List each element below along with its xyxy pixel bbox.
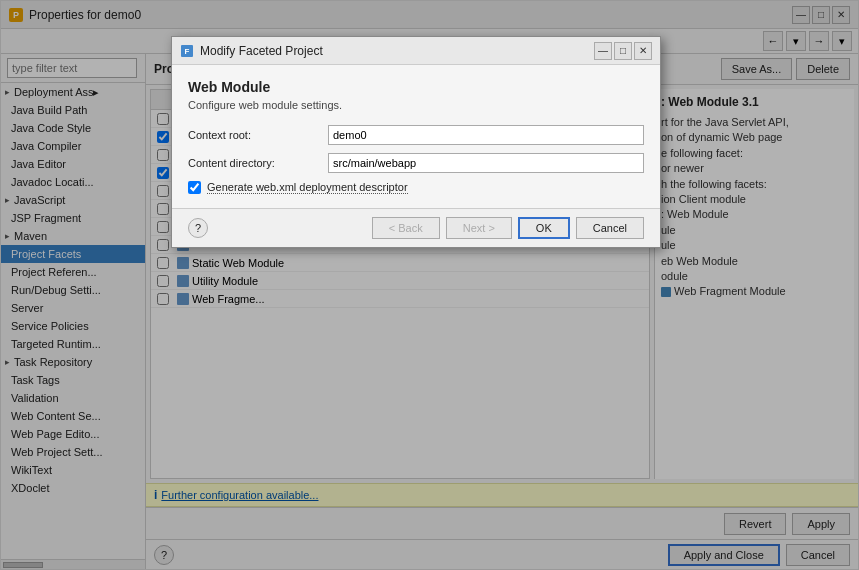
modal-heading: Web Module xyxy=(188,79,644,95)
ok-button[interactable]: OK xyxy=(518,217,570,239)
generate-xml-label[interactable]: Generate web.xml deployment descriptor xyxy=(207,181,408,194)
modal-dialog: F Modify Faceted Project — □ ✕ Web Modul… xyxy=(171,36,661,248)
next-button[interactable]: Next > xyxy=(446,217,512,239)
svg-text:F: F xyxy=(185,47,190,56)
modal-title-controls: — □ ✕ xyxy=(594,42,652,60)
facets-icon: F xyxy=(180,44,194,58)
generate-xml-row: Generate web.xml deployment descriptor xyxy=(188,181,644,194)
context-root-row: Context root: xyxy=(188,125,644,145)
back-button[interactable]: < Back xyxy=(372,217,440,239)
modal-bottom-left: ? xyxy=(188,218,208,238)
context-root-input[interactable] xyxy=(328,125,644,145)
modal-title-bar: F Modify Faceted Project — □ ✕ xyxy=(172,37,660,65)
modal-minimize-button[interactable]: — xyxy=(594,42,612,60)
modal-cancel-button[interactable]: Cancel xyxy=(576,217,644,239)
content-dir-label: Content directory: xyxy=(188,157,328,169)
modal-title-text: Modify Faceted Project xyxy=(200,44,323,58)
modal-content: Web Module Configure web module settings… xyxy=(172,65,660,208)
generate-xml-checkbox[interactable] xyxy=(188,181,201,194)
modal-title-left: F Modify Faceted Project xyxy=(180,44,323,58)
content-dir-row: Content directory: xyxy=(188,153,644,173)
modal-restore-button[interactable]: □ xyxy=(614,42,632,60)
modal-help-button[interactable]: ? xyxy=(188,218,208,238)
modal-bottom-right: < Back Next > OK Cancel xyxy=(372,217,644,239)
context-root-label: Context root: xyxy=(188,129,328,141)
main-window: P Properties for demo0 — □ ✕ ← ▾ → ▾ ▸ D… xyxy=(0,0,859,570)
modal-subheading: Configure web module settings. xyxy=(188,99,644,111)
modal-close-button[interactable]: ✕ xyxy=(634,42,652,60)
modal-bottom: ? < Back Next > OK Cancel xyxy=(172,208,660,247)
content-dir-input[interactable] xyxy=(328,153,644,173)
modal-overlay: F Modify Faceted Project — □ ✕ Web Modul… xyxy=(1,1,858,569)
